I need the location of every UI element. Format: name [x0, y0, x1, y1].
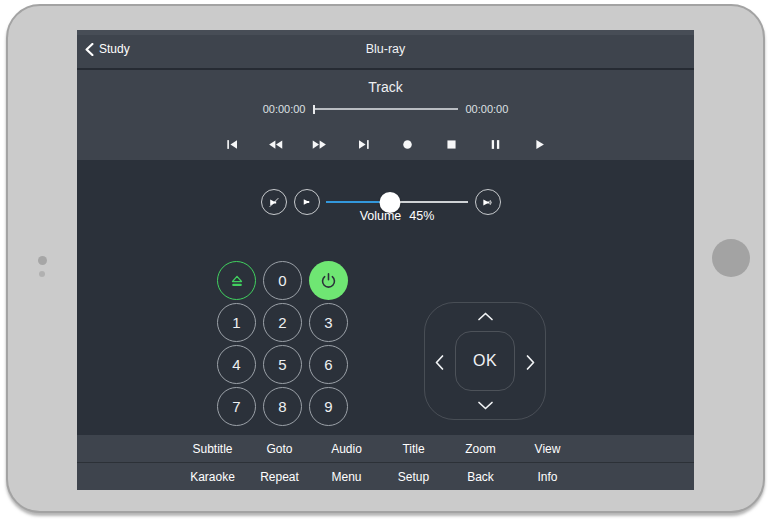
stop-icon — [444, 137, 459, 152]
home-button[interactable] — [712, 239, 750, 277]
keypad-3-button[interactable]: 3 — [309, 303, 348, 342]
fn-menu-button[interactable]: Menu — [313, 463, 380, 490]
dpad-down-button[interactable] — [477, 401, 494, 410]
dpad-left-button[interactable] — [435, 354, 444, 371]
chevron-up-icon — [477, 312, 494, 321]
chevron-left-icon — [435, 354, 444, 371]
volume-label: Volume — [360, 209, 402, 223]
remaining-time: 00:00:00 — [466, 103, 514, 115]
keypad-1-button[interactable]: 1 — [217, 303, 256, 342]
skip-forward-button[interactable] — [342, 130, 386, 158]
volume-high-icon — [481, 196, 496, 209]
power-button[interactable] — [309, 261, 348, 300]
fn-repeat-button[interactable]: Repeat — [246, 463, 313, 490]
volume-value: 45% — [409, 209, 434, 223]
fn-back-button[interactable]: Back — [447, 463, 514, 490]
power-icon — [318, 270, 339, 291]
fn-goto-button[interactable]: Goto — [246, 435, 313, 462]
pause-button[interactable] — [474, 130, 518, 158]
function-row-1: Subtitle Goto Audio Title Zoom View — [77, 435, 694, 463]
page: Study Blu-ray Track 00:00:00 00:00:00 — [0, 0, 770, 519]
volume-up-button[interactable] — [475, 189, 501, 215]
chevron-down-icon — [477, 401, 494, 410]
record-icon — [400, 137, 415, 152]
dpad-up-button[interactable] — [477, 312, 494, 321]
play-icon — [532, 137, 547, 152]
fn-subtitle-button[interactable]: Subtitle — [179, 435, 246, 462]
track-title: Track — [77, 79, 694, 95]
keypad-2-button[interactable]: 2 — [263, 303, 302, 342]
rewind-button[interactable] — [254, 130, 298, 158]
play-button[interactable] — [518, 130, 562, 158]
transport-controls — [77, 130, 694, 158]
skip-forward-icon — [356, 137, 372, 152]
fn-view-button[interactable]: View — [514, 435, 581, 462]
fn-info-button[interactable]: Info — [514, 463, 581, 490]
elapsed-time: 00:00:00 — [258, 103, 306, 115]
camera-dot — [38, 256, 47, 265]
rewind-icon — [265, 137, 286, 152]
player-panel: Track 00:00:00 00:00:00 — [77, 70, 694, 160]
fn-title-button[interactable]: Title — [380, 435, 447, 462]
fn-karaoke-button[interactable]: Karaoke — [179, 463, 246, 490]
mute-button[interactable] — [261, 189, 287, 215]
stop-button[interactable] — [430, 130, 474, 158]
page-title: Blu-ray — [77, 30, 694, 68]
sensor-dot — [39, 271, 45, 277]
fn-setup-button[interactable]: Setup — [380, 463, 447, 490]
mute-icon — [267, 196, 281, 209]
eject-button[interactable] — [217, 261, 256, 300]
ok-button[interactable]: OK — [455, 331, 515, 391]
record-button[interactable] — [386, 130, 430, 158]
keypad-4-button[interactable]: 4 — [217, 345, 256, 384]
function-row-2-labels: Karaoke Repeat Menu Setup Back Info — [179, 463, 581, 490]
keypad-6-button[interactable]: 6 — [309, 345, 348, 384]
fast-forward-icon — [309, 137, 330, 152]
volume-down-button[interactable] — [294, 189, 320, 215]
progress-bar[interactable] — [314, 108, 458, 110]
skip-back-button[interactable] — [210, 130, 254, 158]
keypad-9-button[interactable]: 9 — [309, 387, 348, 426]
screen: Study Blu-ray Track 00:00:00 00:00:00 — [77, 30, 694, 490]
title-bar: Study Blu-ray — [77, 30, 694, 70]
volume-low-icon — [301, 196, 313, 208]
keypad-0-button[interactable]: 0 — [263, 261, 302, 300]
fn-audio-button[interactable]: Audio — [313, 435, 380, 462]
eject-icon — [227, 271, 247, 291]
keypad-7-button[interactable]: 7 — [217, 387, 256, 426]
fn-zoom-button[interactable]: Zoom — [447, 435, 514, 462]
dpad: OK — [424, 302, 546, 420]
keypad-5-button[interactable]: 5 — [263, 345, 302, 384]
keypad-8-button[interactable]: 8 — [263, 387, 302, 426]
progress-row: 00:00:00 00:00:00 — [77, 101, 694, 117]
dpad-right-button[interactable] — [526, 354, 535, 371]
chevron-right-icon — [526, 354, 535, 371]
function-row-2: Karaoke Repeat Menu Setup Back Info — [77, 463, 694, 490]
function-row-1-labels: Subtitle Goto Audio Title Zoom View — [179, 435, 581, 462]
pause-icon — [488, 137, 503, 152]
skip-back-icon — [224, 137, 240, 152]
volume-readout: Volume 45% — [326, 209, 468, 223]
progress-playhead[interactable] — [313, 105, 315, 114]
fast-forward-button[interactable] — [298, 130, 342, 158]
